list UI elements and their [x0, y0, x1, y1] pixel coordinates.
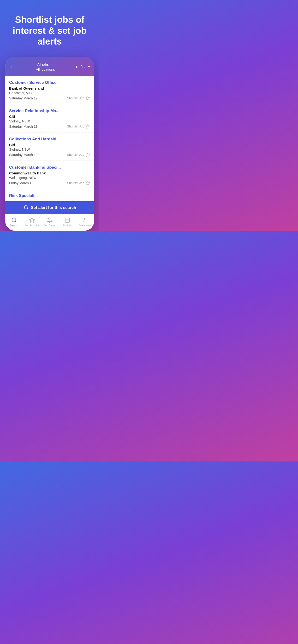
- shortlist-job-label: Shortlist Job: [67, 124, 84, 128]
- job-title[interactable]: Collections And Hardshi...: [9, 137, 90, 142]
- job-title[interactable]: Customer Banking Speci...: [9, 165, 90, 170]
- shortlist-job-button[interactable]: Shortlist Job: [67, 152, 90, 157]
- alert-bar[interactable]: Set alert for this search: [5, 201, 94, 214]
- nav-label-alerts: Job Alerts: [44, 224, 55, 227]
- svg-point-4: [12, 218, 16, 222]
- nav-label-notices: Notices: [63, 224, 72, 227]
- jobs-list: Customer Service Officer Bank of Queensl…: [5, 76, 94, 201]
- star-icon: [85, 124, 90, 129]
- svg-marker-0: [86, 96, 90, 100]
- nav-label-dashboard: Dashboard: [79, 224, 92, 227]
- job-title[interactable]: Customer Service Officer: [9, 80, 90, 85]
- job-company: Bank of Queensland: [9, 86, 90, 90]
- refine-button[interactable]: Refine: [76, 65, 90, 69]
- refine-label: Refine: [76, 65, 86, 69]
- header-title-line1: All jobs in,: [36, 62, 55, 67]
- star-icon: [85, 181, 90, 186]
- header-title: All jobs in, All locations: [36, 62, 55, 72]
- svg-marker-2: [86, 152, 90, 156]
- alert-bar-text: Set alert for this search: [31, 205, 76, 210]
- shortlist-job-button[interactable]: Shortlist Job: [67, 181, 90, 186]
- shortlist-job-button[interactable]: Shortlist Job: [67, 96, 90, 100]
- job-date-row: Saturday March 19 Shortlist Job: [9, 152, 90, 157]
- job-item[interactable]: Service Relationship Ma... Citi Sydney, …: [5, 104, 94, 132]
- bell-nav-icon: [47, 217, 53, 223]
- chevron-down-icon: [88, 66, 90, 68]
- job-date-row: Saturday March 19 Shortlist Job: [9, 96, 90, 100]
- svg-marker-1: [86, 124, 90, 128]
- svg-line-5: [15, 221, 16, 222]
- shortlist-job-label: Shortlist Job: [67, 96, 84, 100]
- nav-item-dashboard[interactable]: Dashboard: [76, 216, 94, 228]
- header-title-line2: All locations: [36, 67, 55, 72]
- notices-icon: [65, 217, 70, 223]
- svg-marker-6: [30, 218, 34, 222]
- job-company: Citi: [9, 114, 90, 118]
- job-date: Saturday March 19: [9, 124, 37, 128]
- star-icon: [85, 152, 90, 157]
- job-date: Saturday March 19: [9, 153, 37, 157]
- svg-point-11: [84, 218, 86, 220]
- shortlist-job-label: Shortlist Job: [67, 181, 84, 185]
- job-company: Commonwealth Bank: [9, 171, 90, 175]
- job-location: Sydney, NSW: [9, 148, 90, 152]
- job-title[interactable]: Risk Speciali...: [9, 193, 90, 198]
- job-location: Doncaster, VIC: [9, 91, 90, 95]
- star-icon: [85, 96, 90, 100]
- job-date: Friday March 18: [9, 181, 33, 185]
- hero-title: Shortlist jobs of interest & set job ale…: [0, 0, 99, 57]
- job-item[interactable]: Customer Service Officer Bank of Queensl…: [5, 76, 94, 104]
- shortlist-job-button[interactable]: Shortlist Job: [67, 124, 90, 129]
- job-item[interactable]: Customer Banking Speci... Commonwealth B…: [5, 161, 94, 189]
- bell-icon: [23, 205, 29, 210]
- nav-item-notices[interactable]: Notices: [59, 216, 76, 228]
- person-icon: [82, 217, 88, 223]
- job-item-partial[interactable]: Risk Speciali...: [5, 189, 94, 201]
- back-button[interactable]: ‹: [9, 63, 15, 71]
- job-company: Citi: [9, 143, 90, 147]
- job-location: Sydney, NSW: [9, 119, 90, 123]
- nav-item-shortlist[interactable]: My Shortlist: [23, 216, 41, 228]
- star-icon: [29, 217, 35, 223]
- nav-item-alerts[interactable]: Job Alerts: [41, 216, 59, 228]
- svg-marker-3: [86, 181, 90, 185]
- job-location: Wollongong, NSW: [9, 176, 90, 180]
- nav-item-search[interactable]: Search: [5, 216, 23, 228]
- phone-shell: ‹ All jobs in, All locations Refine Cust…: [5, 57, 94, 231]
- job-date: Saturday March 19: [9, 96, 37, 100]
- job-date-row: Friday March 18 Shortlist Job: [9, 181, 90, 186]
- nav-label-search: Search: [10, 224, 19, 227]
- job-item[interactable]: Collections And Hardshi... Citi Sydney, …: [5, 132, 94, 161]
- shortlist-job-label: Shortlist Job: [67, 153, 84, 156]
- job-date-row: Saturday March 19 Shortlist Job: [9, 124, 90, 129]
- nav-label-shortlist: My Shortlist: [25, 224, 39, 227]
- phone-header: ‹ All jobs in, All locations Refine: [5, 57, 94, 76]
- bottom-nav: Search My Shortlist Job Alerts Notices D…: [5, 214, 94, 231]
- search-icon: [11, 217, 17, 223]
- job-title[interactable]: Service Relationship Ma...: [9, 108, 90, 113]
